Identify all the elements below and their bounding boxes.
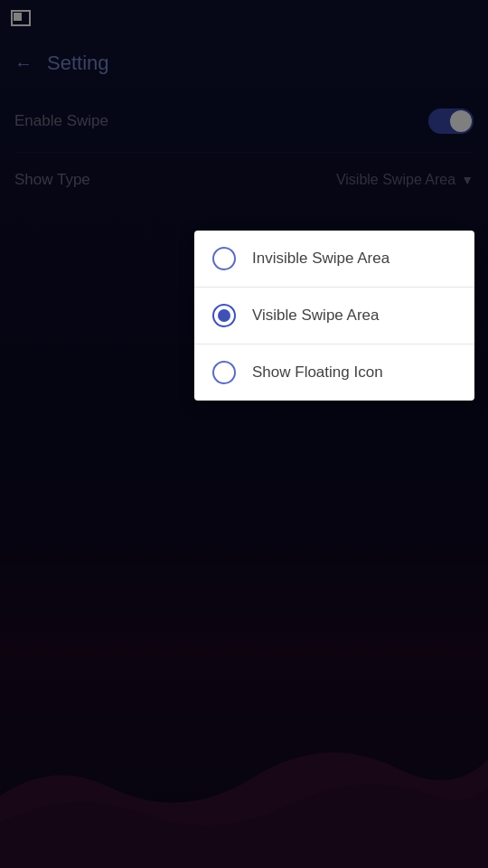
radio-floating bbox=[212, 361, 236, 384]
dropdown-overlay[interactable] bbox=[0, 0, 488, 868]
dropdown-option-visible[interactable]: Visible Swipe Area bbox=[194, 288, 474, 344]
radio-visible bbox=[212, 304, 236, 327]
dropdown-option-invisible-label: Invisible Swipe Area bbox=[252, 250, 389, 268]
dropdown-option-visible-label: Visible Swipe Area bbox=[252, 307, 380, 325]
dropdown-option-floating[interactable]: Show Floating Icon bbox=[194, 344, 474, 401]
dropdown-popup: Invisible Swipe Area Visible Swipe Area … bbox=[194, 231, 474, 401]
dropdown-option-floating-label: Show Floating Icon bbox=[252, 363, 383, 382]
dropdown-option-invisible[interactable]: Invisible Swipe Area bbox=[194, 231, 474, 288]
radio-invisible bbox=[212, 247, 236, 270]
